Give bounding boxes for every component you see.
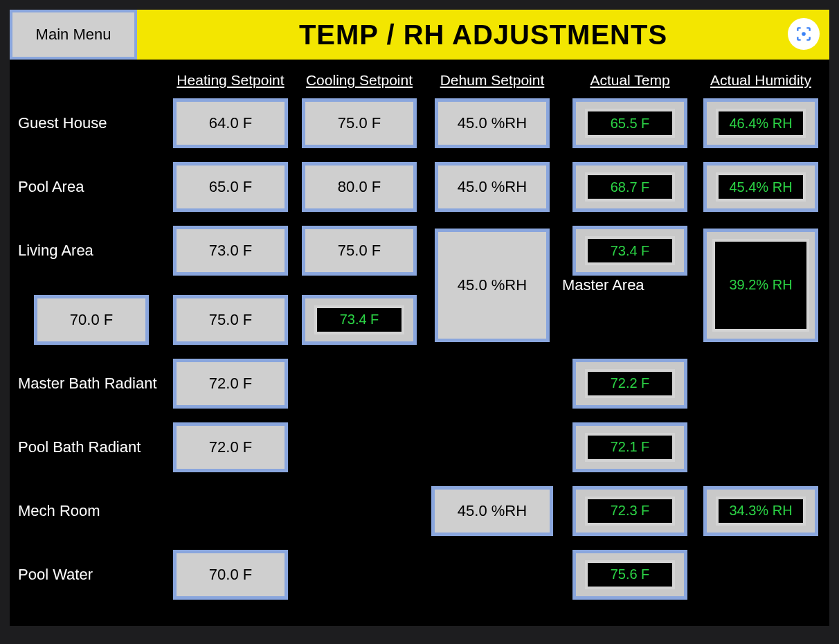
- row-label-master-area: Master Area: [561, 276, 699, 295]
- guest-house-heating-setpoint[interactable]: 64.0 F: [173, 98, 288, 148]
- col-temp: Actual Temp: [561, 66, 699, 98]
- row-label-master-bath: Master Bath Radiant: [17, 374, 166, 393]
- adjustments-grid: Heating Setpoint Cooling Setpoint Dehum …: [10, 60, 829, 600]
- col-dehum: Dehum Setpoint: [424, 66, 561, 98]
- master-area-cooling-setpoint[interactable]: 75.0 F: [173, 295, 288, 345]
- mech-room-dehum-setpoint[interactable]: 45.0 %RH: [431, 486, 553, 536]
- pool-bath-heating-setpoint[interactable]: 72.0 F: [173, 422, 288, 472]
- row-label-pool-area: Pool Area: [17, 177, 166, 197]
- master-area-heating-setpoint[interactable]: 70.0 F: [34, 295, 149, 345]
- header-bar: Main Menu TEMP / RH ADJUSTMENTS: [10, 10, 829, 60]
- row-label-mech-room: Mech Room: [17, 501, 166, 521]
- mech-room-actual-rh: 34.3% RH: [703, 486, 818, 536]
- col-humidity: Actual Humidity: [699, 66, 822, 98]
- pool-area-actual-temp: 68.7 F: [572, 162, 687, 212]
- hvac-screen: Main Menu TEMP / RH ADJUSTMENTS Heating …: [10, 10, 829, 626]
- guest-house-actual-rh: 46.4% RH: [703, 98, 818, 148]
- pool-area-dehum-setpoint[interactable]: 45.0 %RH: [435, 162, 550, 212]
- row-label-pool-bath: Pool Bath Radiant: [17, 438, 166, 457]
- page-title: TEMP / RH ADJUSTMENTS: [299, 19, 667, 51]
- pool-water-heating-setpoint[interactable]: 70.0 F: [173, 550, 288, 600]
- master-bath-heating-setpoint[interactable]: 72.0 F: [173, 359, 288, 409]
- pool-bath-actual-temp: 72.1 F: [572, 422, 687, 472]
- screenshot-icon: [795, 25, 813, 43]
- guest-house-cooling-setpoint[interactable]: 75.0 F: [302, 98, 417, 148]
- living-area-heating-setpoint[interactable]: 73.0 F: [173, 226, 288, 276]
- svg-point-0: [802, 32, 806, 36]
- main-menu-button[interactable]: Main Menu: [10, 10, 137, 60]
- living-master-dehum-setpoint[interactable]: 45.0 %RH: [435, 229, 550, 342]
- pool-area-actual-rh: 45.4% RH: [703, 162, 818, 212]
- mech-room-actual-temp: 72.3 F: [572, 486, 687, 536]
- guest-house-dehum-setpoint[interactable]: 45.0 %RH: [435, 98, 550, 148]
- pool-area-heating-setpoint[interactable]: 65.0 F: [173, 162, 288, 212]
- col-cooling: Cooling Setpoint: [295, 66, 424, 98]
- pool-water-actual-temp: 75.6 F: [572, 550, 687, 600]
- living-area-actual-temp: 73.4 F: [572, 226, 687, 276]
- master-area-actual-temp: 73.4 F: [302, 295, 417, 345]
- guest-house-actual-temp: 65.5 F: [572, 98, 687, 148]
- col-heating: Heating Setpoint: [166, 66, 295, 98]
- living-area-cooling-setpoint[interactable]: 75.0 F: [302, 226, 417, 276]
- row-label-pool-water: Pool Water: [17, 565, 166, 584]
- row-label-living-area: Living Area: [17, 241, 166, 260]
- living-master-actual-rh: 39.2% RH: [703, 229, 818, 342]
- master-bath-actual-temp: 72.2 F: [572, 359, 687, 409]
- row-label-guest-house: Guest House: [17, 114, 166, 133]
- pool-area-cooling-setpoint[interactable]: 80.0 F: [302, 162, 417, 212]
- screenshot-button[interactable]: [788, 18, 820, 50]
